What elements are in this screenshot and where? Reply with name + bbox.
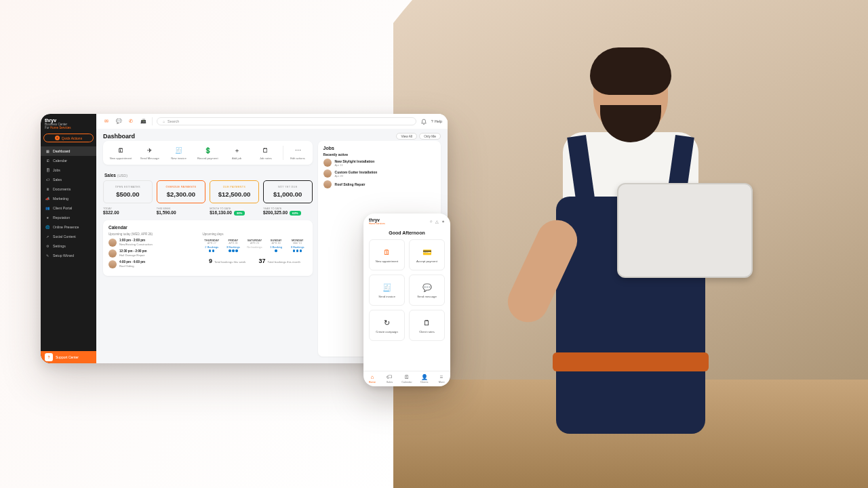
card-icon: 💳: [421, 247, 433, 258]
fax-icon[interactable]: 📠: [138, 117, 148, 125]
mobile-greeting: Good Afternoon: [363, 226, 450, 239]
job-item[interactable]: Custom Gutter InstallationApr 20: [323, 169, 435, 178]
sales-period-month-to-date: MONTH TO DATE$16,130.0030%: [210, 207, 259, 215]
sidebar-item-marketing[interactable]: 📣Marketing: [41, 194, 96, 203]
sidebar-item-documents[interactable]: 🗎Documents: [41, 184, 96, 194]
calendar-icon: 🗓: [381, 247, 393, 258]
sales-card-open-estimates[interactable]: OPEN ESTIMATES$500.00: [103, 180, 153, 203]
calendar-day[interactable]: SUNDAYAPR 301 Booking: [267, 239, 285, 252]
sidebar-item-reputation[interactable]: ★Reputation: [41, 213, 96, 222]
sales-period-this-week: THIS WEEK$1,590.00: [157, 207, 206, 215]
action-add-job[interactable]: ＋Add job: [224, 146, 249, 160]
sales-period-today: TODAY$322.00: [103, 207, 153, 215]
calendar-day[interactable]: FRIDAYAPR 283 Bookings: [224, 239, 243, 252]
sidebar-item-jobs[interactable]: 🗄Jobs: [41, 165, 96, 175]
mail-icon[interactable]: ✉: [102, 117, 111, 125]
page-title: Dashboard: [103, 133, 135, 140]
only-me-pill[interactable]: Only Me: [419, 133, 441, 140]
share-icon: ↗: [45, 234, 50, 239]
action-record-payment[interactable]: 💲Record payment: [195, 146, 220, 160]
mobile-action-client-notes[interactable]: 🗒Client notes: [409, 310, 445, 341]
mobile-search-icon[interactable]: ⌕: [430, 219, 433, 224]
calendar-day[interactable]: SATURDAYAPR 29No bookings: [245, 239, 264, 252]
topbar: ✉💬✆📠 ⌕ Search ? Help: [96, 114, 448, 129]
help-icon: ?: [431, 119, 433, 123]
note-icon: 🗒: [260, 146, 271, 155]
sidebar-item-dashboard[interactable]: ▦Dashboard: [41, 146, 96, 156]
action-job-notes[interactable]: 🗒Job notes: [254, 146, 278, 160]
chat-icon[interactable]: 💬: [114, 117, 123, 125]
tag-icon: 🏷: [45, 177, 50, 182]
job-item[interactable]: New Skylight InstallationApr 11: [323, 159, 435, 167]
quick-actions-button[interactable]: + Quick Actions: [43, 134, 94, 142]
sidebar-item-setup-wizard[interactable]: ✎Setup Wizard: [41, 251, 96, 260]
sidebar-item-social-content[interactable]: ↗Social Content: [41, 232, 96, 241]
briefcase-icon: 🗄: [45, 167, 50, 173]
mobile-nav-calendar[interactable]: 🗓Calendar: [398, 371, 416, 386]
action-send-message[interactable]: ✈Send Message: [138, 146, 162, 160]
mobile-action-send-message[interactable]: 💬Send message: [409, 274, 445, 306]
phone-icon[interactable]: ✆: [126, 117, 136, 125]
search-input[interactable]: ⌕ Search: [157, 117, 416, 125]
action-new-invoice[interactable]: 🧾New invoice: [167, 146, 191, 160]
dots-icon: ⋯: [292, 146, 303, 155]
sidebar-item-client-portal[interactable]: 👥Client Portal: [41, 203, 96, 213]
tag-icon: 🏷: [387, 374, 392, 380]
quick-actions-card: 🗓New appointment✈Send Message🧾New invoic…: [103, 141, 313, 165]
sales-card-due-payments[interactable]: DUE PAYMENTS$12,500.00: [210, 180, 259, 203]
mobile-nav-clients[interactable]: 👤Clients: [416, 371, 433, 386]
mobile-action-send-invoice[interactable]: 🧾Send invoice: [369, 274, 405, 306]
sidebar-item-calendar[interactable]: 🗓Calendar: [41, 156, 96, 165]
note-icon: 🗒: [421, 317, 433, 328]
menu-icon: ≡: [440, 374, 443, 380]
action-new-appointment[interactable]: 🗓New appointment: [108, 146, 133, 160]
grid-icon: ▦: [45, 148, 50, 154]
sidebar-item-online-presence[interactable]: 🌐Online Presence: [41, 222, 96, 232]
mobile-gear-icon[interactable]: ✶: [441, 219, 445, 224]
cash-icon: 💲: [202, 146, 213, 155]
sidebar-nav: ▦Dashboard🗓Calendar🗄Jobs🏷Sales🗎Documents…: [41, 146, 96, 363]
invoice-icon: 🧾: [381, 282, 393, 293]
sales-card-not-yet-due[interactable]: NOT YET DUE$1,000.00: [263, 180, 313, 203]
sales-card-overdue-payments[interactable]: OVERDUE PAYMENTS$2,300.00: [157, 180, 206, 203]
calendar-event[interactable]: 4:00 pm - 6:00 pmRoof Siding: [108, 260, 195, 268]
avatar: [108, 249, 117, 258]
gear-icon: ⚙: [45, 243, 50, 249]
question-icon: ?: [45, 353, 53, 361]
globe-icon: 🌐: [45, 224, 50, 230]
calendar-icon: 🗓: [45, 158, 50, 163]
addjob-icon: ＋: [231, 146, 242, 155]
calendar-event[interactable]: 12:30 pm - 2:00 pmHail Damage Repair: [108, 249, 195, 258]
avatar: [323, 169, 332, 178]
tablet-prop: [617, 183, 753, 278]
mobile-action-create-campaign[interactable]: ↻Create campaign: [369, 310, 405, 341]
edit-actions-button[interactable]: ⋯Edit actions: [283, 146, 307, 160]
wand-icon: ✎: [45, 253, 50, 258]
file-icon: 🗎: [45, 186, 50, 192]
bell-icon[interactable]: [420, 118, 427, 125]
calendar-event[interactable]: 1:00 pm - 2:00 pmNew/Existing Constructi…: [108, 239, 195, 247]
hero-photo: [393, 0, 868, 488]
sidebar: thryv Business Center For Home Services …: [41, 114, 96, 363]
mobile-bell-icon[interactable]: △: [435, 219, 439, 224]
sidebar-item-sales[interactable]: 🏷Sales: [41, 175, 96, 184]
plus-icon: +: [55, 136, 60, 140]
help-link[interactable]: ? Help: [431, 119, 442, 123]
calendar-day[interactable]: MONDAYMAY 013 Bookings: [288, 239, 307, 252]
mobile-bottom-nav: ⌂Home🏷Sales🗓Calendar👤Clients≡More: [363, 371, 450, 386]
avatar: [323, 180, 332, 188]
support-center-button[interactable]: ? Support Center: [41, 351, 96, 363]
mobile-nav-home[interactable]: ⌂Home: [363, 371, 381, 386]
star-icon: ★: [45, 215, 50, 220]
mobile-action-new-appointment[interactable]: 🗓New appointment: [369, 239, 405, 270]
job-item[interactable]: Roof Siding Repair: [323, 180, 435, 188]
calendar-icon: 🗓: [115, 146, 126, 155]
calendar-icon: 🗓: [404, 374, 410, 380]
avatar: [323, 159, 332, 167]
mobile-nav-sales[interactable]: 🏷Sales: [381, 371, 399, 386]
sidebar-item-settings[interactable]: ⚙Settings: [41, 241, 96, 251]
avatar: [108, 239, 117, 247]
calendar-day[interactable]: THURSDAYAPR 272 Bookings: [202, 239, 221, 252]
view-all-pill[interactable]: View All: [396, 133, 417, 140]
mobile-action-accept-payment[interactable]: 💳Accept payment: [409, 239, 445, 270]
